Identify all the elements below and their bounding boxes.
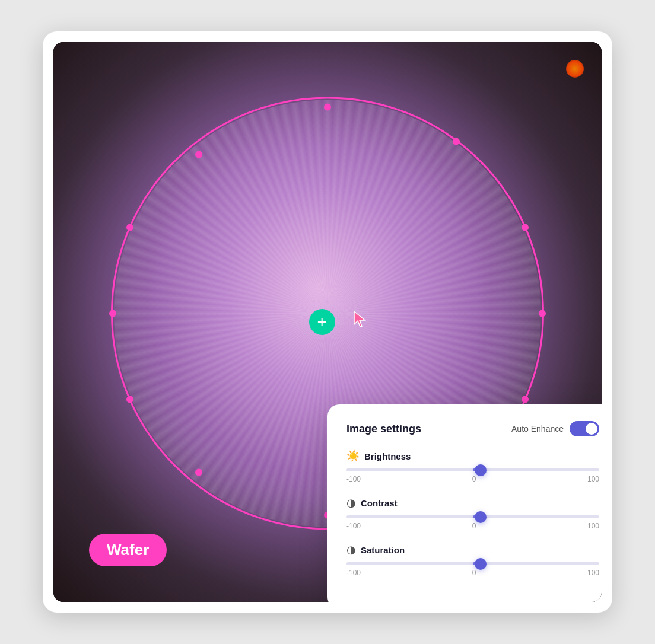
auto-enhance-label: Auto Enhance <box>511 424 564 433</box>
brightness-section: ☀️ Brightness -100 0 100 <box>346 449 599 483</box>
contrast-mid: 0 <box>472 522 476 530</box>
contrast-track-container <box>346 515 599 518</box>
auto-enhance-row: Auto Enhance <box>511 421 599 436</box>
saturation-markers: -100 0 100 <box>346 569 599 577</box>
saturation-min: -100 <box>346 569 361 577</box>
contrast-label-row: ◑ Contrast <box>346 496 599 509</box>
contrast-label: Contrast <box>361 498 398 508</box>
saturation-section: ◑ Saturation -100 0 100 <box>346 543 599 577</box>
saturation-label: Saturation <box>361 545 405 555</box>
brightness-icon: ☀️ <box>346 449 360 463</box>
brightness-track[interactable] <box>346 468 599 471</box>
brightness-max: 100 <box>587 475 599 483</box>
brightness-label: Brightness <box>364 451 411 461</box>
brightness-track-container <box>346 468 599 471</box>
saturation-icon: ◑ <box>346 543 356 556</box>
wafer-label: Wafer <box>89 534 167 566</box>
contrast-section: ◑ Contrast -100 0 100 <box>346 496 599 530</box>
saturation-track-container <box>346 562 599 565</box>
contrast-min: -100 <box>346 522 361 530</box>
saturation-max: 100 <box>587 569 599 577</box>
image-settings-panel: Image settings Auto Enhance ☀️ Brightnes… <box>328 404 602 602</box>
contrast-icon: ◑ <box>346 496 356 509</box>
brightness-markers: -100 0 100 <box>346 475 599 483</box>
auto-enhance-toggle[interactable] <box>570 421 599 436</box>
contrast-thumb[interactable] <box>475 511 487 523</box>
settings-title: Image settings <box>346 423 421 435</box>
top-right-glow <box>566 60 584 78</box>
brightness-mid: 0 <box>472 475 476 483</box>
image-area: + Wafer Image settings Auto Enhance <box>53 42 602 602</box>
settings-header: Image settings Auto Enhance <box>346 421 599 436</box>
saturation-mid: 0 <box>472 569 476 577</box>
saturation-thumb[interactable] <box>475 558 487 570</box>
brightness-min: -100 <box>346 475 361 483</box>
saturation-track[interactable] <box>346 562 599 565</box>
contrast-track[interactable] <box>346 515 599 518</box>
outer-card: + Wafer Image settings Auto Enhance <box>43 31 612 613</box>
contrast-markers: -100 0 100 <box>346 522 599 530</box>
brightness-label-row: ☀️ Brightness <box>346 449 599 463</box>
contrast-max: 100 <box>587 522 599 530</box>
brightness-thumb[interactable] <box>475 464 487 476</box>
saturation-label-row: ◑ Saturation <box>346 543 599 556</box>
